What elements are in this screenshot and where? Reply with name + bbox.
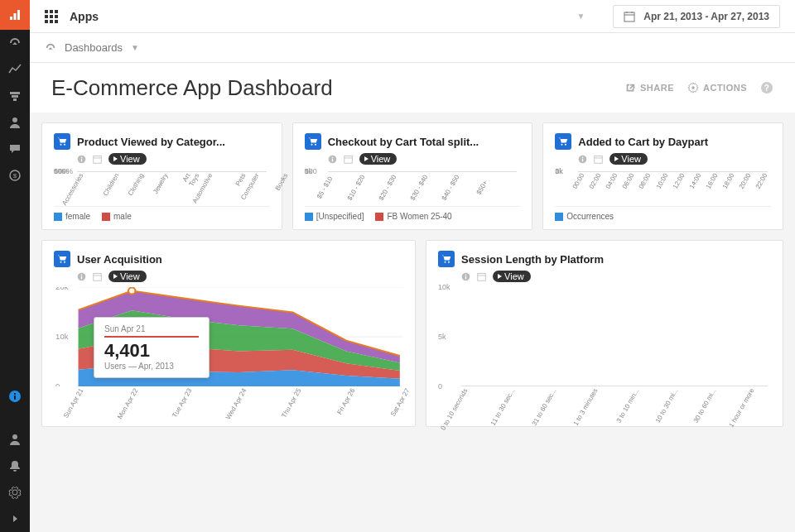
card-session-length: Session Length by Platform View 05k10k0 … (426, 240, 783, 427)
svg-point-34 (561, 144, 563, 146)
svg-rect-24 (81, 156, 82, 157)
titlebar: E-Commerce App Dashboard SHARE ACTIONS ? (30, 63, 795, 113)
svg-point-6 (12, 117, 17, 122)
card-title: Added to Cart by Daypart (578, 136, 708, 148)
tooltip-date: Sun Apr 21 (104, 324, 199, 338)
nav-chat-icon[interactable] (0, 136, 30, 162)
svg-rect-0 (10, 17, 12, 20)
actions-button[interactable]: ACTIONS (687, 82, 747, 93)
calendar-icon[interactable] (344, 155, 353, 164)
svg-rect-23 (81, 158, 82, 161)
nav-revenue-icon[interactable]: $ (0, 162, 30, 189)
cart-icon (305, 133, 321, 150)
svg-point-56 (448, 261, 450, 263)
info-icon[interactable] (77, 155, 86, 164)
tooltip-value: 4,401 (104, 340, 199, 362)
view-button[interactable]: View (359, 153, 398, 165)
svg-rect-13 (624, 12, 634, 22)
svg-point-42 (64, 261, 65, 263)
svg-rect-30 (331, 158, 332, 161)
cart-icon (555, 133, 571, 150)
svg-point-20 (60, 144, 62, 146)
nav-expand-icon[interactable] (0, 506, 30, 532)
info-icon[interactable] (77, 272, 86, 281)
dashboards-icon (45, 42, 56, 54)
info-icon[interactable] (328, 155, 337, 164)
svg-point-35 (565, 144, 566, 146)
apps-grid-icon[interactable] (45, 10, 58, 23)
chart-tooltip: Sun Apr 21 4,401 Users — Apr, 2013 (94, 317, 210, 378)
share-button[interactable]: SHARE (624, 82, 674, 93)
svg-text:$: $ (13, 172, 17, 180)
app-logo (0, 0, 30, 30)
calendar-icon[interactable] (93, 155, 102, 164)
nav-funnel-icon[interactable] (0, 83, 30, 109)
svg-rect-1 (14, 13, 17, 20)
cart-icon (54, 133, 70, 150)
view-button[interactable]: View (610, 153, 648, 165)
svg-rect-5 (13, 98, 17, 101)
svg-rect-31 (331, 156, 332, 157)
svg-rect-58 (465, 276, 466, 279)
card-user-acquisition: User Acquisition View 010k20k Sun Apr 21… (41, 240, 416, 427)
svg-point-27 (311, 144, 312, 146)
svg-rect-3 (10, 92, 20, 94)
sidebar: $ (0, 0, 30, 532)
nav-people-icon[interactable] (0, 109, 30, 136)
svg-text:0: 0 (55, 383, 60, 387)
svg-rect-37 (582, 158, 583, 161)
card-product-viewed: Product Viewed by Categor... View 0%50%1… (41, 122, 282, 230)
calendar-icon[interactable] (93, 272, 102, 281)
svg-point-17 (691, 86, 695, 89)
breadcrumb: Dashboards ▼ (30, 33, 795, 63)
nav-info-icon[interactable] (0, 383, 30, 410)
svg-text:20k: 20k (55, 287, 69, 291)
svg-point-21 (64, 144, 65, 146)
calendar-icon[interactable] (477, 272, 486, 281)
calendar-icon[interactable] (594, 155, 603, 164)
svg-point-12 (12, 434, 17, 439)
content: Product Viewed by Categor... View 0%50%1… (30, 113, 795, 532)
view-button[interactable]: View (108, 271, 147, 282)
topbar: Apps ▼ Apr 21, 2013 - Apr 27, 2013 (30, 0, 795, 33)
gear-icon (687, 82, 699, 93)
svg-rect-44 (81, 276, 82, 279)
breadcrumb-caret-icon[interactable]: ▼ (131, 43, 139, 52)
svg-point-55 (445, 261, 446, 263)
breadcrumb-label[interactable]: Dashboards (65, 41, 123, 54)
cart-icon (438, 251, 455, 267)
help-icon[interactable]: ? (760, 81, 773, 94)
svg-rect-2 (17, 10, 20, 20)
card-title: Product Viewed by Categor... (77, 136, 225, 148)
info-icon[interactable] (461, 272, 470, 281)
view-button[interactable]: View (108, 153, 147, 165)
svg-rect-10 (14, 395, 16, 400)
svg-rect-25 (94, 156, 101, 163)
svg-rect-32 (344, 156, 351, 163)
apps-caret-icon[interactable]: ▼ (576, 12, 585, 21)
svg-point-41 (60, 261, 62, 263)
svg-rect-4 (12, 95, 18, 98)
svg-text:?: ? (764, 84, 770, 93)
svg-rect-39 (595, 156, 602, 163)
card-title: User Acquisition (77, 253, 162, 266)
svg-rect-38 (582, 156, 583, 157)
svg-rect-60 (478, 273, 485, 280)
date-range-picker[interactable]: Apr 21, 2013 - Apr 27, 2013 (613, 5, 780, 28)
area-chart: 010k20k Sun Apr 21 4,401 Users — Apr, 20… (54, 287, 403, 386)
info-icon[interactable] (578, 155, 587, 164)
nav-charts-icon[interactable] (0, 56, 30, 83)
nav-dashboards-icon[interactable] (0, 30, 30, 56)
svg-rect-59 (465, 275, 466, 276)
nav-settings-icon[interactable] (0, 479, 30, 506)
view-button[interactable]: View (493, 271, 531, 282)
tooltip-label: Users — Apr, 2013 (104, 362, 199, 371)
svg-rect-46 (94, 273, 101, 280)
apps-selector[interactable]: Apps (70, 10, 99, 23)
nav-alerts-icon[interactable] (0, 453, 30, 479)
cart-icon (54, 251, 70, 267)
svg-point-28 (315, 144, 316, 146)
nav-user-icon[interactable] (0, 426, 30, 453)
svg-text:10k: 10k (55, 333, 69, 342)
date-range-label: Apr 21, 2013 - Apr 27, 2013 (643, 11, 769, 22)
